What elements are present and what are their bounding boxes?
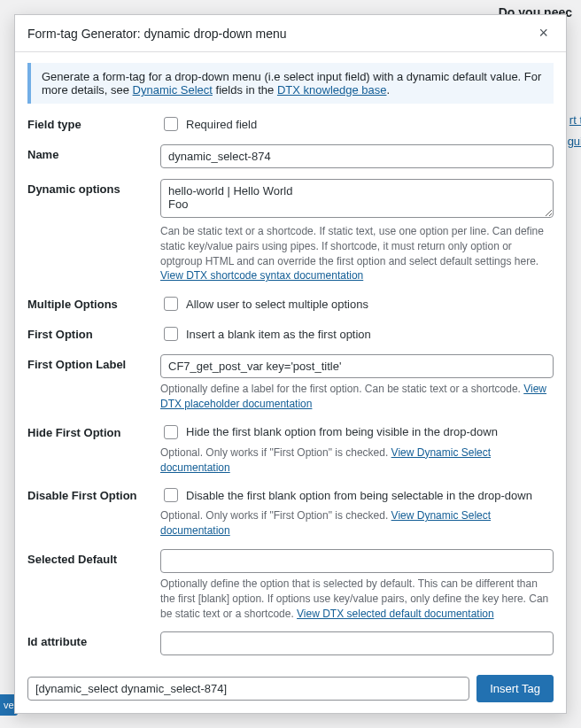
disable-first-help: Optional. Only works if "First Option" i… xyxy=(160,509,391,522)
bg-link-2[interactable]: gui xyxy=(568,135,581,148)
tag-output[interactable] xyxy=(27,677,469,701)
first-option-label-label: First Option Label xyxy=(27,354,160,371)
required-checkbox-label: Required field xyxy=(186,118,257,131)
dynamic-options-label: Dynamic options xyxy=(27,179,160,196)
dynamic-options-help: Can be static text or a shortcode. If st… xyxy=(160,225,544,267)
insert-tag-button[interactable]: Insert Tag xyxy=(476,675,554,702)
notice-link-dynamic-select[interactable]: Dynamic Select xyxy=(133,83,213,97)
notice-link-kb[interactable]: DTX knowledge base xyxy=(277,83,387,97)
hide-first-help: Optional. Only works if "First Option" i… xyxy=(160,446,391,459)
info-notice: Generate a form-tag for a drop-down menu… xyxy=(27,63,554,104)
id-attr-input[interactable] xyxy=(160,631,554,655)
modal-body: Generate a form-tag for a drop-down menu… xyxy=(15,52,566,664)
first-option-checkbox[interactable] xyxy=(164,327,178,341)
multiple-checkbox[interactable] xyxy=(164,297,178,311)
multiple-checkbox-label: Allow user to select multiple options xyxy=(186,298,368,311)
required-checkbox[interactable] xyxy=(164,117,178,131)
bg-link-1[interactable]: rt t xyxy=(569,113,581,127)
id-attr-label: Id attribute xyxy=(27,631,160,648)
disable-first-label: Disable First Option xyxy=(27,485,160,502)
selected-default-help-link[interactable]: View DTX selected default documentation xyxy=(297,608,494,620)
notice-text-mid: fields in the xyxy=(213,83,277,97)
modal-header: Form-tag Generator: dynamic drop-down me… xyxy=(15,15,566,52)
multiple-label: Multiple Options xyxy=(27,294,160,311)
close-icon[interactable]: × xyxy=(533,22,554,44)
field-type-label: Field type xyxy=(27,114,160,131)
disable-first-checkbox[interactable] xyxy=(164,488,178,502)
first-option-label-help: Optionally define a label for the first … xyxy=(160,383,523,395)
first-option-label: First Option xyxy=(27,324,160,341)
dynamic-options-textarea[interactable]: hello-world | Hello World Foo xyxy=(160,179,554,218)
form-tag-generator-modal: Form-tag Generator: dynamic drop-down me… xyxy=(14,14,567,714)
hide-first-label: Hide First Option xyxy=(27,422,160,439)
selected-default-input[interactable] xyxy=(160,549,554,573)
modal-footer: Insert Tag xyxy=(15,664,566,713)
hide-first-checkbox-label: Hide the first blank option from being v… xyxy=(186,425,498,438)
selected-default-label: Selected Default xyxy=(27,549,160,566)
modal-title: Form-tag Generator: dynamic drop-down me… xyxy=(27,27,287,41)
name-label: Name xyxy=(27,144,160,161)
dynamic-options-help-link[interactable]: View DTX shortcode syntax documentation xyxy=(160,269,363,282)
notice-text-post: . xyxy=(387,83,391,97)
hide-first-checkbox[interactable] xyxy=(164,425,178,439)
first-option-label-input[interactable] xyxy=(160,354,554,378)
name-input[interactable] xyxy=(160,144,554,168)
disable-first-checkbox-label: Disable the first blank option from bein… xyxy=(186,489,532,502)
first-option-checkbox-label: Insert a blank item as the first option xyxy=(186,328,371,341)
